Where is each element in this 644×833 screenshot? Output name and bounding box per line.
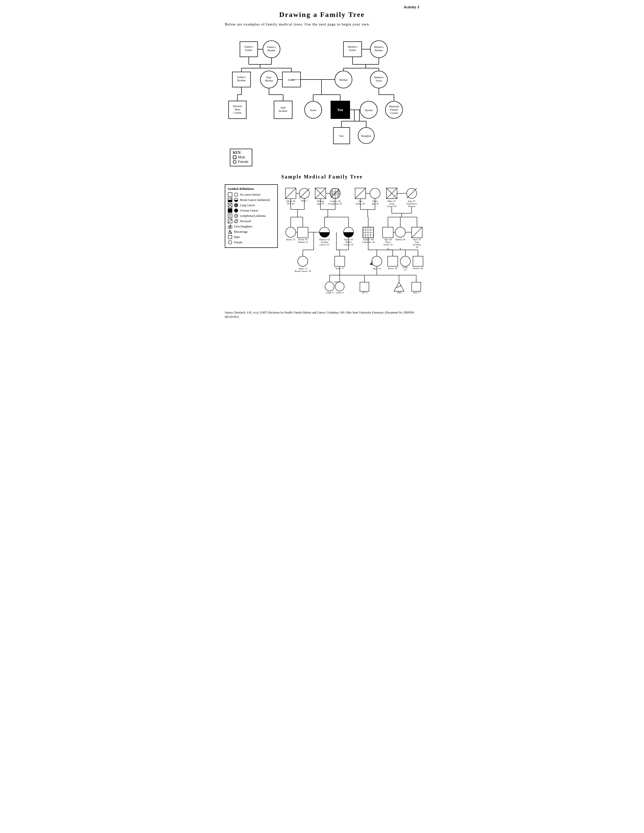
svg-text:Father: Father xyxy=(349,48,356,51)
no-cancer-circle-icon xyxy=(234,192,238,197)
miscarriage-icon xyxy=(228,230,232,234)
lymphoma-circle-icon xyxy=(234,214,238,218)
svg-point-109 xyxy=(230,226,232,228)
sym-lung-cancer-label: Lung Cancer xyxy=(240,204,255,207)
ovarian-cancer-square-icon xyxy=(228,208,232,213)
svg-text:Half: Half xyxy=(280,106,286,109)
section2-title: Sample Medical Family Tree xyxy=(225,174,419,180)
svg-text:Paternal: Paternal xyxy=(233,105,242,108)
male-symbol xyxy=(233,156,237,159)
svg-text:Auto: Auto xyxy=(415,241,420,243)
svg-marker-274 xyxy=(394,282,404,291)
svg-point-93 xyxy=(234,203,238,207)
svg-line-118 xyxy=(285,188,296,199)
svg-text:Jake: 64: Jake: 64 xyxy=(384,238,392,241)
sym-miscarriage: Miscarriage xyxy=(228,230,275,234)
no-cancer-icon xyxy=(228,192,232,197)
sym-twins: Twin Daughters xyxy=(228,224,275,229)
svg-text:Brother: Brother xyxy=(279,109,287,113)
svg-point-269 xyxy=(335,282,344,291)
family-tree-diagram: Father's Father Father's Mother Mother's… xyxy=(225,34,419,156)
svg-text:Accident:: Accident: xyxy=(413,243,422,246)
svg-text:Cindy:: Cindy: xyxy=(402,266,409,269)
sym-lung-cancer: Lung Cancer xyxy=(228,203,275,207)
svg-text:Bruce: 38: Bruce: 38 xyxy=(388,267,397,270)
svg-rect-88 xyxy=(228,200,232,202)
svg-text:Father: Father xyxy=(245,48,252,51)
ovarian-cancer-circle-icon xyxy=(234,208,238,213)
sym-female-label: Female xyxy=(234,241,242,244)
svg-rect-272 xyxy=(360,282,369,291)
sym-male: Male xyxy=(228,235,275,239)
breast-cancer-circle-icon xyxy=(234,198,238,202)
sym-breast-cancer-label: Breast Cancer (unilateral) xyxy=(240,198,270,201)
svg-text:Robert: 40: Robert: 40 xyxy=(413,267,423,270)
svg-text:Cousin: Cousin xyxy=(390,111,398,114)
svg-text:Laura: 8: Laura: 8 xyxy=(336,291,344,294)
svg-text:Mother's: Mother's xyxy=(374,45,384,48)
svg-text:Daughter: Daughter xyxy=(361,134,372,137)
svg-point-116 xyxy=(228,241,232,244)
svg-text:Helen: 55: Helen: 55 xyxy=(286,238,295,241)
svg-point-95 xyxy=(234,209,238,212)
sym-no-cancer-label: No cancer history xyxy=(240,193,261,196)
svg-point-267 xyxy=(325,282,334,291)
svg-rect-210 xyxy=(383,227,393,238)
svg-text:Son: Son xyxy=(339,134,344,137)
svg-text:Jasper: 31: Jasper: 31 xyxy=(298,267,308,270)
sym-male-label: Male xyxy=(234,235,240,238)
sym-twins-label: Twin Daughters xyxy=(234,225,253,228)
source-note: Source: Dresbach, S.H., et al. (1997) De… xyxy=(225,310,419,319)
sym-deceased: Deceased xyxy=(228,219,275,224)
svg-point-257 xyxy=(400,256,411,266)
svg-text:You: You xyxy=(337,108,343,112)
svg-text:Mother's: Mother's xyxy=(348,45,357,48)
key-male-label: Male xyxy=(238,155,245,159)
activity-label: Activity 3 xyxy=(225,5,419,9)
symbol-box-title: Symbol definitions xyxy=(228,187,275,191)
twin-icon-1 xyxy=(228,224,232,229)
svg-text:Heart: Heart xyxy=(385,241,390,243)
svg-text:Jeff: 4: Jeff: 4 xyxy=(362,291,367,294)
svg-text:Karl: 28: Karl: 28 xyxy=(413,238,421,241)
svg-text:Maternal: Maternal xyxy=(389,105,399,108)
svg-text:Cousin: Cousin xyxy=(233,111,242,114)
svg-text:Mother: Mother xyxy=(265,79,273,82)
svg-line-225 xyxy=(412,227,422,238)
sym-ovarian-cancer-label: Ovarian Cancer xyxy=(240,209,258,212)
sym-ovarian-cancer: Ovarian Cancer xyxy=(228,208,275,213)
svg-rect-251 xyxy=(388,256,398,266)
svg-rect-167 xyxy=(298,227,308,238)
sym-breast-cancer: Breast Cancer (unilateral) xyxy=(228,198,275,202)
svg-rect-240 xyxy=(335,256,345,266)
svg-line-104 xyxy=(228,219,232,223)
female-symbol xyxy=(233,160,237,164)
svg-line-106 xyxy=(235,220,238,223)
lymphoma-square-icon xyxy=(228,214,232,218)
svg-text:Mother: Mother xyxy=(375,49,383,52)
svg-text:Asthma: 25: Asthma: 25 xyxy=(298,241,308,243)
key-female-label: Female xyxy=(238,160,248,164)
deceased-square-icon xyxy=(228,219,232,224)
svg-rect-85 xyxy=(228,193,232,197)
svg-point-86 xyxy=(234,193,238,196)
svg-text:Ovarian: Ovarian xyxy=(321,241,328,243)
svg-line-144 xyxy=(355,188,366,199)
sym-no-cancer: No cancer history xyxy=(228,192,275,197)
svg-text:Male: Male xyxy=(235,108,240,111)
svg-text:Sister: Sister xyxy=(310,109,316,112)
svg-rect-277 xyxy=(412,282,421,291)
svg-text:33: 33 xyxy=(404,269,407,271)
svg-text:Spouse: Spouse xyxy=(365,109,373,112)
svg-text:Mother: Mother xyxy=(267,49,276,52)
medical-tree-diagram: Albert: 90 M/1; 85 Nora: ? ? William Age… xyxy=(280,184,427,306)
lung-cancer-square-icon xyxy=(228,203,232,207)
svg-text:Lung: Lung xyxy=(390,203,394,205)
svg-text:Attack: 62: Attack: 62 xyxy=(383,243,393,246)
lung-cancer-circle-icon xyxy=(234,203,238,207)
svg-text:Martha: 60: Martha: 60 xyxy=(395,238,405,241)
svg-text:Father's: Father's xyxy=(267,45,276,48)
svg-text:David: 59: David: 59 xyxy=(298,238,308,241)
breast-cancer-square-icon xyxy=(228,198,232,202)
svg-rect-94 xyxy=(228,209,232,212)
